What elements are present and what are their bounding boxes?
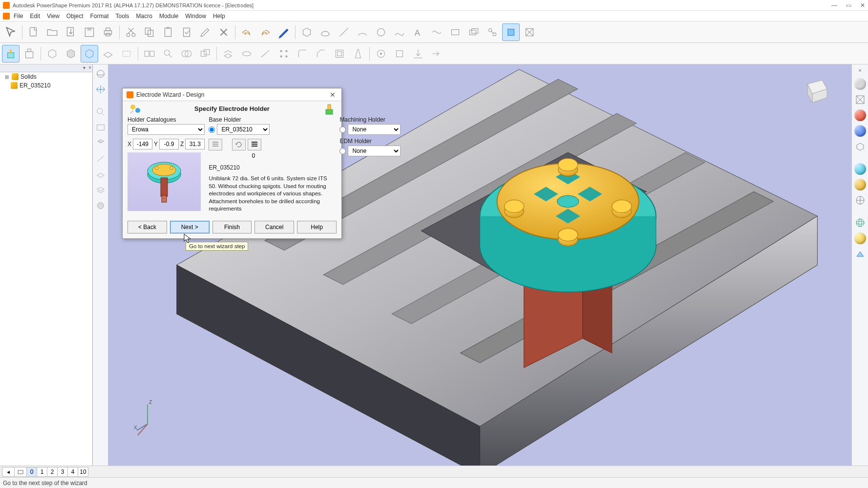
- z-input[interactable]: [185, 139, 205, 149]
- save-icon[interactable]: [81, 23, 98, 41]
- face-icon[interactable]: [94, 137, 107, 149]
- level-prev-icon[interactable]: ◂: [2, 467, 15, 477]
- print-icon[interactable]: [99, 23, 117, 41]
- extrude-icon[interactable]: [219, 45, 237, 63]
- tree-close-icon[interactable]: ×: [88, 65, 91, 70]
- material-cyan-icon[interactable]: [853, 162, 867, 176]
- machining-holder-select[interactable]: None: [348, 124, 401, 135]
- shell-icon[interactable]: [331, 45, 348, 63]
- orbit-icon[interactable]: [94, 67, 107, 80]
- revolve-icon[interactable]: [238, 45, 255, 63]
- view-blue-icon[interactable]: [853, 124, 867, 138]
- pattern-icon[interactable]: [275, 45, 293, 63]
- view-wireframe-icon[interactable]: [853, 93, 867, 106]
- sketch-icon[interactable]: [275, 23, 293, 41]
- electrode-region-icon[interactable]: [118, 45, 135, 63]
- plane2-icon[interactable]: [94, 168, 107, 181]
- text-icon[interactable]: A: [409, 23, 427, 41]
- back-button[interactable]: < Back: [127, 221, 167, 233]
- fillet-icon[interactable]: [294, 45, 311, 63]
- electrode-cube2-icon[interactable]: [62, 45, 80, 63]
- dialog-close-icon[interactable]: ✕: [328, 91, 338, 99]
- box1-icon[interactable]: [446, 23, 464, 41]
- menu-format[interactable]: Format: [90, 13, 109, 20]
- electrode-cube3-icon[interactable]: [81, 45, 98, 63]
- menu-module[interactable]: Module: [159, 13, 178, 20]
- tree-item-solids[interactable]: ⊞ Solids: [0, 72, 92, 81]
- menu-tools[interactable]: Tools: [116, 13, 129, 20]
- zoom-fit-icon[interactable]: [94, 121, 107, 134]
- base-holder-select[interactable]: ER_035210: [217, 124, 270, 135]
- solid-icon[interactable]: [298, 23, 316, 41]
- paste-special-icon[interactable]: [178, 23, 195, 41]
- expander-icon[interactable]: ⊞: [5, 74, 10, 80]
- electrode-cube1-icon[interactable]: [43, 45, 61, 63]
- surface-icon[interactable]: [317, 23, 334, 41]
- setup-icon[interactable]: [372, 45, 390, 63]
- view-cube[interactable]: [798, 74, 832, 108]
- menu-file[interactable]: File: [14, 13, 23, 20]
- electrode-plane-icon[interactable]: [99, 45, 117, 63]
- material-xray-icon[interactable]: [853, 193, 867, 207]
- edm-holder-radio[interactable]: [339, 148, 346, 154]
- edm-holder-select[interactable]: None: [348, 146, 401, 156]
- menu-window[interactable]: Window: [185, 13, 206, 20]
- menu-help[interactable]: Help: [213, 13, 225, 20]
- machining-holder-radio[interactable]: [339, 127, 346, 133]
- help-button[interactable]: Help: [297, 221, 337, 233]
- x-input[interactable]: [133, 139, 152, 149]
- menu-edit[interactable]: Edit: [30, 13, 40, 20]
- line-icon[interactable]: [335, 23, 353, 41]
- level-menu-icon[interactable]: [14, 467, 27, 477]
- spline-icon[interactable]: [428, 23, 445, 41]
- view-red-icon[interactable]: [853, 108, 867, 122]
- globe-icon[interactable]: [853, 216, 867, 230]
- maximize-button[interactable]: ▭: [846, 2, 851, 9]
- curve-icon[interactable]: [391, 23, 408, 41]
- view-box-icon[interactable]: [853, 140, 867, 153]
- view-iso-icon[interactable]: [853, 77, 867, 91]
- minimize-button[interactable]: —: [831, 2, 837, 9]
- assembly-icon[interactable]: [484, 23, 501, 41]
- pointer-tool-icon[interactable]: [2, 23, 20, 41]
- menu-macro[interactable]: Macro: [136, 13, 152, 20]
- boolean1-icon[interactable]: [178, 45, 195, 63]
- perspective-icon[interactable]: [853, 247, 867, 261]
- new-file-icon[interactable]: [25, 23, 42, 41]
- export2-icon[interactable]: [428, 45, 445, 63]
- level-4[interactable]: 4: [67, 467, 78, 477]
- edge-icon[interactable]: [94, 152, 107, 165]
- level-10[interactable]: 10: [78, 467, 88, 477]
- right-close-icon[interactable]: ×: [858, 67, 861, 73]
- tree-item-er[interactable]: ER_035210: [0, 81, 92, 90]
- construction-icon[interactable]: [521, 23, 538, 41]
- import-file-icon[interactable]: [62, 23, 80, 41]
- list-btn1-icon[interactable]: [209, 139, 222, 150]
- edit-icon[interactable]: [196, 23, 214, 41]
- app-menu-icon[interactable]: [3, 13, 10, 20]
- dialog-titlebar[interactable]: Electrode Wizard - Design ✕: [123, 88, 341, 101]
- undo-icon[interactable]: [238, 23, 255, 41]
- circle-icon[interactable]: [372, 23, 390, 41]
- finish-button[interactable]: Finish: [212, 221, 252, 233]
- chamfer-icon[interactable]: [312, 45, 330, 63]
- level-1[interactable]: 1: [37, 467, 47, 477]
- electrode-define-icon[interactable]: [21, 45, 38, 63]
- next-button[interactable]: Next >: [170, 221, 210, 233]
- menu-object[interactable]: Object: [66, 13, 84, 20]
- close-button[interactable]: ✕: [860, 2, 865, 9]
- base-holder-radio[interactable]: [209, 127, 215, 133]
- cancel-button[interactable]: Cancel: [254, 221, 294, 233]
- material-gold-icon[interactable]: [853, 178, 867, 191]
- level-3[interactable]: 3: [57, 467, 68, 477]
- compare-icon[interactable]: [141, 45, 158, 63]
- paste-icon[interactable]: [159, 23, 177, 41]
- sweep-icon[interactable]: [256, 45, 274, 63]
- list-btn2-icon[interactable]: [248, 139, 261, 150]
- y-input[interactable]: [159, 139, 179, 149]
- layer-icon[interactable]: [94, 184, 107, 196]
- arc-icon[interactable]: [354, 23, 371, 41]
- menu-view[interactable]: View: [47, 13, 60, 20]
- pan-icon[interactable]: [94, 83, 107, 96]
- setup2-icon[interactable]: [391, 45, 408, 63]
